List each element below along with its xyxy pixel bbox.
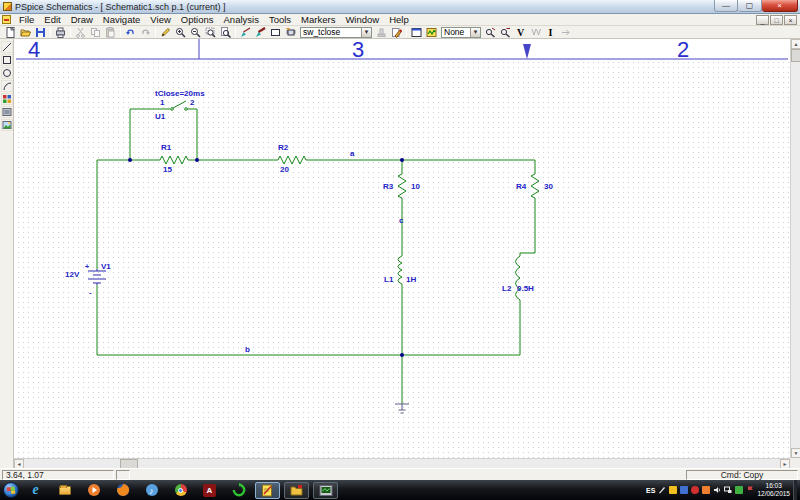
menu-draw[interactable]: Draw <box>66 14 98 26</box>
tray-suite-icon[interactable] <box>669 486 677 494</box>
voltage-marker-button[interactable]: V <box>513 26 528 38</box>
tray-update-icon[interactable] <box>702 486 710 494</box>
edit-symbol-button[interactable] <box>389 26 404 38</box>
taskbar-itunes-icon[interactable]: ♪ <box>139 482 164 499</box>
draw-box-button[interactable] <box>1 54 13 66</box>
save-button[interactable] <box>33 26 48 38</box>
minimize-button[interactable]: — <box>714 0 738 12</box>
menu-file[interactable]: File <box>14 14 39 26</box>
zoom-in-button[interactable] <box>173 26 188 38</box>
child-restore-button[interactable]: □ <box>770 15 783 25</box>
schematic-canvas[interactable]: 4 3 2 <box>14 39 790 458</box>
setup-analysis-button[interactable] <box>409 26 424 38</box>
paste-button[interactable] <box>103 26 118 38</box>
drawing-toolbar <box>0 39 14 468</box>
maximize-button[interactable]: ▢ <box>738 0 762 12</box>
cut-button[interactable] <box>73 26 88 38</box>
current-marker-button[interactable]: I <box>543 26 558 38</box>
current-probe-button[interactable] <box>498 26 513 38</box>
vertical-scrollbar[interactable]: ▲ ▼ <box>790 39 800 458</box>
taskbar-firefox-icon[interactable] <box>110 482 135 499</box>
draw-arc-button[interactable] <box>1 80 13 92</box>
resistor-r1[interactable]: R1 15 <box>160 143 188 174</box>
pspice-window-icon <box>319 484 333 497</box>
taskbar-clock[interactable]: 16:03 12/06/2015 <box>757 482 790 498</box>
taskbar-design-manager-button[interactable] <box>284 482 309 499</box>
redo-button[interactable] <box>138 26 153 38</box>
open-button[interactable] <box>18 26 33 38</box>
menu-options[interactable]: Options <box>176 14 219 26</box>
voltage-diff-marker-button[interactable] <box>528 26 543 38</box>
draw-text-button[interactable] <box>1 93 13 105</box>
inductor-l2[interactable]: L2 0.5H <box>502 256 534 300</box>
menu-navigate[interactable]: Navigate <box>98 14 146 26</box>
inductor-l1[interactable]: L1 1H <box>384 256 416 284</box>
tray-display-icon[interactable] <box>680 486 688 494</box>
menu-markers[interactable]: Markers <box>296 14 340 26</box>
get-new-part-button[interactable] <box>283 26 298 38</box>
recent-part-combobox[interactable]: sw_tclose ▼ <box>300 27 372 38</box>
switch-u1[interactable]: tClose=20ms 1 2 U1 <box>155 89 205 121</box>
tray-safely-remove-icon[interactable] <box>735 486 743 494</box>
redraw-button[interactable] <box>158 26 173 38</box>
marker-display-combobox[interactable]: None ▼ <box>441 27 481 38</box>
print-button[interactable] <box>53 26 68 38</box>
zoom-page-button[interactable] <box>218 26 233 38</box>
copy-button[interactable] <box>88 26 103 38</box>
draw-block-button[interactable] <box>268 26 283 38</box>
child-close-button[interactable]: × <box>784 15 797 25</box>
scroll-up-icon[interactable]: ▲ <box>791 39 800 49</box>
ground-symbol[interactable] <box>395 404 409 413</box>
draw-circle-button[interactable] <box>1 67 13 79</box>
close-button[interactable]: × <box>762 0 798 12</box>
taskbar-adobe-reader-icon[interactable]: A <box>197 482 222 499</box>
insert-picture-button[interactable] <box>1 106 13 118</box>
menu-view[interactable]: View <box>145 14 175 26</box>
taskbar-explorer-icon[interactable] <box>52 482 77 499</box>
undo-button[interactable] <box>123 26 138 38</box>
menu-analysis[interactable]: Analysis <box>219 14 264 26</box>
taskbar-sync-icon[interactable] <box>226 482 251 499</box>
scroll-down-icon[interactable]: ▼ <box>791 448 800 458</box>
draw-wire-button[interactable] <box>238 26 253 38</box>
start-button[interactable] <box>3 482 19 498</box>
taskbar-ie-icon[interactable]: e <box>23 482 48 499</box>
taskbar-media-player-icon[interactable] <box>81 482 106 499</box>
resistor-r2[interactable]: R2 20 <box>278 143 306 174</box>
voltage-level-probe-button[interactable] <box>483 26 498 38</box>
zoom-area-button[interactable] <box>203 26 218 38</box>
child-minimize-button[interactable]: _ <box>756 15 769 25</box>
tray-antivirus-icon[interactable] <box>691 486 699 494</box>
wires[interactable] <box>97 109 535 404</box>
draw-bus-icon <box>255 27 266 38</box>
combo-arrow-icon[interactable]: ▼ <box>361 28 371 37</box>
draw-bus-button[interactable] <box>253 26 268 38</box>
action-center-flag-icon[interactable] <box>746 486 754 494</box>
vertical-scroll-thumb[interactable] <box>791 49 800 62</box>
new-button[interactable] <box>3 26 18 38</box>
menu-tools[interactable]: Tools <box>264 14 296 26</box>
menu-help[interactable]: Help <box>384 14 414 26</box>
voltage-source-v1[interactable]: + - 12V V1 <box>65 262 111 297</box>
volume-icon[interactable] <box>713 486 721 494</box>
insert-frame-button[interactable] <box>1 119 13 131</box>
resistor-r4[interactable]: R4 30 <box>516 174 553 198</box>
simulate-button[interactable] <box>424 26 439 38</box>
zoom-out-button[interactable] <box>188 26 203 38</box>
menu-window[interactable]: Window <box>340 14 384 26</box>
resistor-r3[interactable]: R3 10 <box>383 174 420 198</box>
edit-attributes-button[interactable] <box>374 26 389 38</box>
document-icon[interactable] <box>2 15 11 24</box>
network-icon[interactable] <box>724 486 732 494</box>
tray-pen-icon[interactable] <box>658 486 666 494</box>
combo-arrow-icon[interactable]: ▼ <box>470 28 480 37</box>
show-bias-button[interactable] <box>558 26 573 38</box>
menu-edit[interactable]: Edit <box>39 14 65 26</box>
horizontal-scrollbar[interactable]: ◄ ► <box>14 458 790 468</box>
language-indicator[interactable]: ES <box>646 487 655 494</box>
show-desktop-button[interactable] <box>793 480 797 500</box>
taskbar-pspice-ad-button[interactable] <box>313 482 338 499</box>
draw-line-button[interactable] <box>1 41 13 53</box>
taskbar-chrome-icon[interactable] <box>168 482 193 499</box>
taskbar-pspice-schematics-button[interactable] <box>255 482 280 499</box>
